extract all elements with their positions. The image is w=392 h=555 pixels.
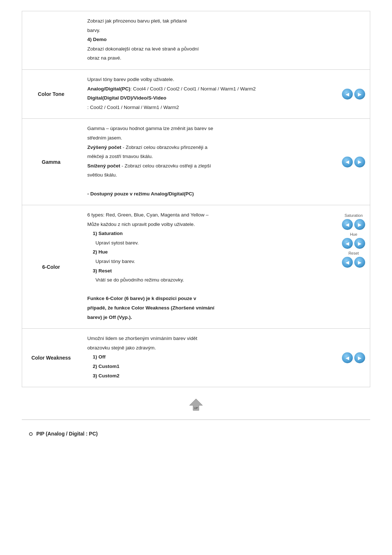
demo-desc2: obraz na pravé. [87, 54, 330, 62]
ct-line3: : Cool2 / Cool1 / Normal / Warm1 / Warm2 [87, 104, 330, 112]
color-weakness-row: Color Weakness Umožní lidem se zhoršeným… [22, 329, 370, 387]
saturation-btn-pair[interactable]: ◀ ▶ [342, 219, 366, 230]
gamma-btn-pair[interactable]: ◀ ▶ [342, 157, 366, 167]
sc-reset-bold: 3) Reset [93, 268, 112, 274]
pip-bullet-icon [29, 432, 33, 436]
sc-hue-bold: 2) Hue [93, 249, 108, 255]
six-color-row: 6-Color 6 types: Red, Green, Blue, Cyan,… [22, 205, 370, 329]
main-table: Zobrazí jak přirozenou barvu pleti, tak … [22, 11, 370, 387]
gamma-label: Gamma [22, 119, 80, 205]
sc-reset-desc: Vrátí se do původního režimu obrazovky. [95, 277, 184, 283]
hue-btn-pair[interactable]: ◀ ▶ [342, 238, 366, 249]
ct-line1: Upraví tóny barev podle volby uživatele. [87, 76, 330, 84]
color-tone-right-btn[interactable]: ▶ [354, 89, 365, 100]
gamma-row: Gamma Gamma – úpravou hodnot gamma lze z… [22, 119, 370, 205]
intro-line2: barvy. [87, 27, 330, 35]
sc-line2: Může každou z nich upravit podle volby u… [87, 220, 330, 228]
svg-text:UP: UP [194, 406, 198, 410]
color-tone-icons: ◀ ▶ [338, 69, 370, 118]
intro-label-cell [22, 11, 80, 70]
gamma-line3-bold: Zvýšený počet [87, 145, 122, 150]
color-tone-label: Color Tone [22, 69, 80, 118]
color-weakness-left-btn[interactable]: ◀ [342, 352, 353, 363]
reset-left-btn[interactable]: ◀ [342, 257, 353, 268]
gamma-line6: světlou škálu. [87, 171, 330, 179]
gamma-line4: měkčeji a zostří tmavou škálu. [87, 153, 330, 161]
six-color-label: 6-Color [22, 205, 80, 329]
sc-line1: 6 types: Red, Green, Blue, Cyan, Magenta… [87, 211, 330, 219]
reset-right-btn[interactable]: ▶ [354, 257, 365, 268]
six-color-content: 6 types: Red, Green, Blue, Cyan, Magenta… [80, 205, 338, 329]
hue-left-btn[interactable]: ◀ [342, 238, 353, 249]
pip-section: PIP (Analog / Digital : PC) [22, 427, 370, 440]
demo-label: 4) Demo [87, 37, 107, 42]
gamma-line2: středním jasem. [87, 134, 330, 142]
intro-line1: Zobrazí jak přirozenou barvu pleti, tak … [87, 17, 330, 25]
saturation-icon-label: Saturation [342, 213, 366, 218]
gamma-icons: ◀ ▶ [338, 119, 370, 205]
up-button[interactable]: UP [189, 398, 203, 411]
gamma-content: Gamma – úpravou hodnot gamma lze změnit … [80, 119, 338, 205]
pip-label: PIP (Analog / Digital : PC) [36, 431, 98, 437]
hue-icon-label: Hue [342, 232, 366, 236]
color-weakness-label: Color Weakness [22, 329, 80, 387]
cw-custom1: 2) Custom1 [93, 364, 120, 369]
gamma-right-btn[interactable]: ▶ [354, 157, 365, 167]
color-tone-btn-pair[interactable]: ◀ ▶ [342, 89, 366, 100]
gamma-left-btn[interactable]: ◀ [342, 157, 353, 167]
intro-row: Zobrazí jak přirozenou barvu pleti, tak … [22, 11, 370, 70]
gamma-line3: - Zobrazí celou obrazovku přirozeněji a [121, 145, 207, 150]
color-tone-content: Upraví tóny barev podle volby uživatele.… [80, 69, 338, 118]
color-tone-left-btn[interactable]: ◀ [342, 89, 353, 100]
gamma-line1: Gamma – úpravou hodnot gamma lze změnit … [87, 125, 330, 133]
intro-icon-cell [338, 11, 370, 70]
sc-note2: případě, že funkce Color Weakness (Zhorš… [87, 305, 215, 311]
six-color-icons: Saturation ◀ ▶ Hue ◀ ▶ Reset ◀ ▶ [338, 205, 370, 329]
color-tone-row: Color Tone Upraví tóny barev podle volby… [22, 69, 370, 118]
saturation-right-btn[interactable]: ▶ [354, 219, 365, 230]
sc-saturation-bold: 1) Saturation [93, 231, 123, 236]
ct-line2: : Cool4 / Cool3 / Cool2 / Cool1 / Normal… [130, 86, 256, 92]
color-weakness-right-btn[interactable]: ▶ [354, 352, 365, 363]
sc-note1: Funkce 6-Color (6 barev) je k dispozici … [87, 296, 196, 301]
color-weakness-icons: ◀ ▶ [338, 329, 370, 387]
sc-note3: barev) je Off (Vyp.). [87, 315, 132, 320]
demo-desc: Zobrazí dokonalejší obraz na levé straně… [87, 45, 330, 53]
intro-content: Zobrazí jak přirozenou barvu pleti, tak … [80, 11, 338, 70]
up-btn-container: UP [22, 398, 370, 412]
gamma-line5-bold: Snížený počet [87, 163, 121, 169]
up-arrow-icon: UP [189, 398, 203, 411]
cw-line1: Umožní lidem se zhoršeným vnímáním barev… [87, 335, 330, 343]
color-weakness-btn-pair[interactable]: ◀ ▶ [342, 352, 366, 363]
hue-right-btn[interactable]: ▶ [354, 238, 365, 249]
sc-hue-desc: Upraví tóny barev. [95, 259, 135, 264]
ct-line2-bold: Analog/Digital(PC) [87, 86, 131, 92]
gamma-line5: - Zobrazí celou obrazovku ostřeji a zlep… [120, 163, 211, 169]
reset-btn-pair[interactable]: ◀ ▶ [342, 257, 366, 268]
cw-custom2: 3) Custom2 [93, 373, 120, 378]
gamma-line8: - Dostupný pouze v režimu Analog/Digital… [87, 191, 194, 197]
cw-line2: obrazovku stejně jako zdravým. [87, 344, 330, 352]
cw-off: 1) Off [93, 354, 106, 360]
saturation-left-btn[interactable]: ◀ [342, 219, 353, 230]
sc-saturation-desc: Upraví sytost barev. [95, 240, 139, 246]
section-divider [22, 420, 370, 420]
ct-line3-bold: Digital(Digital DVD)/Video/S-Video [87, 95, 167, 101]
color-weakness-content: Umožní lidem se zhoršeným vnímáním barev… [80, 329, 338, 387]
reset-icon-label: Reset [342, 251, 366, 255]
